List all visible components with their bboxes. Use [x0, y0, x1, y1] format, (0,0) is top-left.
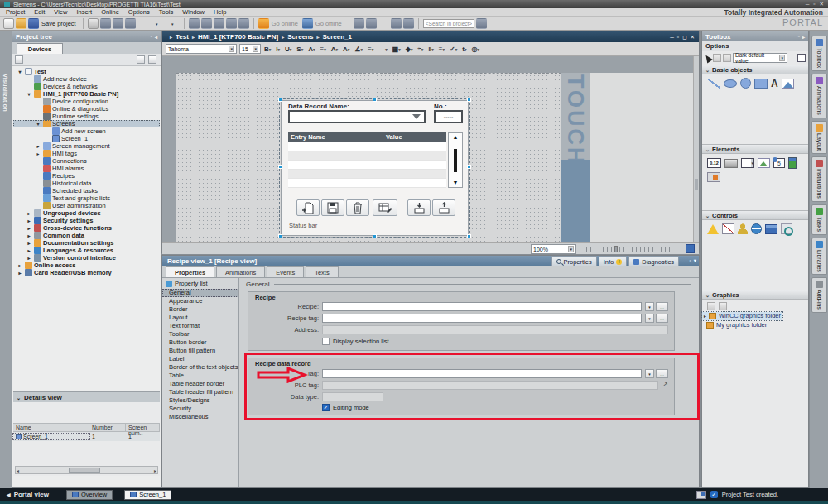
cut-icon[interactable]	[100, 18, 111, 29]
paragraph-align-button[interactable]: ≡▾	[320, 46, 327, 53]
lasso-icon[interactable]	[713, 54, 721, 62]
canvas-vertical-scrollbar[interactable]	[693, 56, 699, 242]
ellipse-icon[interactable]	[724, 79, 737, 88]
tree-filter-icon[interactable]	[15, 55, 23, 64]
expander-icon[interactable]: ▾	[26, 91, 32, 97]
recipe-view-icon[interactable]	[765, 224, 777, 234]
selection-handle[interactable]	[467, 165, 471, 169]
property-list-item[interactable]: Border	[162, 305, 238, 314]
tree-item[interactable]: ▾ HMI_1 [KTP700 Basic PN]	[13, 90, 160, 98]
expander-icon[interactable]: ▸	[26, 218, 32, 223]
breadcrumb-item[interactable]: Screens	[287, 33, 313, 41]
collapse-panel-icon[interactable]: ▾	[694, 257, 696, 264]
circle-icon[interactable]	[740, 78, 751, 89]
expander-icon[interactable]: ▸	[26, 233, 32, 238]
expander-icon[interactable]: ▸	[17, 270, 23, 276]
graphics-folder-item[interactable]: ▸ WinCC graphics folder	[702, 312, 782, 320]
recipe-tag-input[interactable]	[322, 314, 642, 323]
side-tab[interactable]: Tasks	[811, 204, 827, 235]
menu-item[interactable]: View	[54, 8, 67, 16]
display-selection-list-checkbox[interactable]	[322, 338, 330, 345]
snap-button[interactable]: ✓▾	[449, 46, 458, 53]
pin-icon[interactable]: ▫	[151, 34, 152, 40]
switch-icon[interactable]	[707, 172, 720, 182]
selection-handle[interactable]	[467, 234, 471, 238]
split-editor-vertical-icon[interactable]	[391, 18, 402, 29]
tree-item[interactable]: ▸ Cross-device functions	[13, 224, 160, 232]
side-tab[interactable]: Instructions	[811, 156, 827, 202]
property-list-item[interactable]: Security	[162, 405, 238, 413]
accessible-devices-icon[interactable]	[354, 18, 364, 29]
go-offline-icon[interactable]	[302, 18, 313, 29]
selection-handle[interactable]	[373, 98, 377, 102]
rectangle-tool-icon[interactable]	[797, 54, 806, 62]
tree-item[interactable]: ▸ Security settings	[13, 217, 160, 224]
download-to-device-icon[interactable]	[201, 18, 212, 29]
style-select[interactable]: Dark default value▾	[733, 53, 787, 63]
tree-item[interactable]: Scheduled tasks	[13, 187, 160, 194]
tree-item[interactable]: ▸ Common data	[13, 232, 160, 239]
tag-browse-button[interactable]: …	[656, 369, 668, 378]
expander-icon[interactable]: ▾	[35, 121, 41, 127]
recipe-dropdown-button[interactable]: ▾	[645, 302, 654, 311]
bold-button[interactable]: B▾	[263, 46, 272, 53]
expander-icon[interactable]: ▸	[26, 240, 32, 246]
recipe-tag-browse-button[interactable]: …	[656, 314, 668, 323]
tree-item[interactable]: User administration	[13, 202, 160, 209]
recipe-view-widget[interactable]: Data Record Name: No.: ----- Entry Name …	[281, 100, 469, 236]
font-size-button[interactable]: A▾	[307, 46, 315, 53]
expander-icon[interactable]: ▸	[26, 247, 32, 253]
tree-item[interactable]: Connections	[13, 157, 160, 165]
font-family-select[interactable]: Tahoma▾	[166, 44, 237, 54]
breadcrumb-item[interactable]: HMI_1 [KTP700 Basic PN]	[198, 33, 278, 41]
tree-item[interactable]: ▸ Screen management	[13, 142, 160, 150]
line-icon[interactable]	[707, 79, 720, 89]
menu-item[interactable]: Project	[6, 8, 25, 16]
property-list-item[interactable]: Appearance	[162, 297, 238, 305]
text-field-icon[interactable]: A	[771, 79, 778, 89]
tab-properties-inspector[interactable]: Properties	[551, 256, 597, 266]
elements-section[interactable]: ⌄Elements	[702, 144, 808, 154]
expander-icon[interactable]: ▾	[17, 69, 23, 74]
tab-info[interactable]: Info!	[599, 256, 628, 266]
plc-tag-link-icon[interactable]: ↗	[662, 381, 668, 388]
tree-item[interactable]: HMI alarms	[13, 165, 160, 172]
tree-item[interactable]: ▸ Version control interface	[13, 254, 160, 262]
editor-maximize-icon[interactable]: ◻	[682, 34, 686, 41]
redo-icon[interactable]	[166, 18, 180, 29]
minimize-icon[interactable]: ─	[806, 1, 810, 7]
selection-handle[interactable]	[278, 98, 282, 102]
expander-icon[interactable]: ▸	[17, 262, 23, 268]
menu-item[interactable]: Window	[182, 8, 205, 16]
tag-dropdown-button[interactable]: ▾	[645, 369, 654, 378]
tree-item[interactable]: Recipes	[13, 172, 160, 180]
tree-item[interactable]: Device configuration	[13, 98, 160, 105]
side-tab[interactable]: Libraries	[811, 238, 827, 276]
editor-float-icon[interactable]: ▫	[677, 34, 679, 41]
graphics-section[interactable]: ⌄Graphics	[702, 290, 808, 300]
zoom-select[interactable]: 100%▾	[531, 244, 576, 254]
property-list-item[interactable]: Label	[162, 355, 238, 363]
upload-from-device-icon[interactable]	[214, 18, 224, 29]
details-row[interactable]: Screen_1 1 1	[13, 432, 160, 441]
expand-panel-icon[interactable]: ▸	[802, 34, 805, 40]
delete-icon[interactable]	[137, 18, 148, 29]
user-view-icon[interactable]	[738, 223, 748, 234]
print-icon[interactable]	[88, 18, 99, 29]
property-list-item[interactable]: Layout	[162, 314, 238, 322]
html-browser-icon[interactable]	[751, 223, 762, 234]
selection-handle[interactable]	[278, 165, 282, 169]
menu-item[interactable]: Edit	[34, 8, 45, 16]
fit-screen-icon[interactable]	[686, 244, 695, 253]
go-offline-button[interactable]: Go offline	[315, 20, 342, 27]
tree-item[interactable]: Add new screen	[13, 127, 160, 135]
underline-button[interactable]: U▾	[284, 46, 292, 53]
expander-icon[interactable]: ▸	[26, 210, 32, 216]
tree-item[interactable]: ▾ Test	[13, 68, 160, 75]
selection-handle[interactable]	[373, 234, 377, 238]
search-next-icon[interactable]	[476, 18, 487, 29]
tree-item[interactable]: ▸ Card Reader/USB memory	[13, 269, 160, 276]
tab-devices[interactable]: Devices	[17, 43, 63, 54]
system-diagnostics-view-icon[interactable]	[781, 223, 792, 234]
basic-objects-section[interactable]: ⌄Basic objects	[702, 65, 808, 74]
